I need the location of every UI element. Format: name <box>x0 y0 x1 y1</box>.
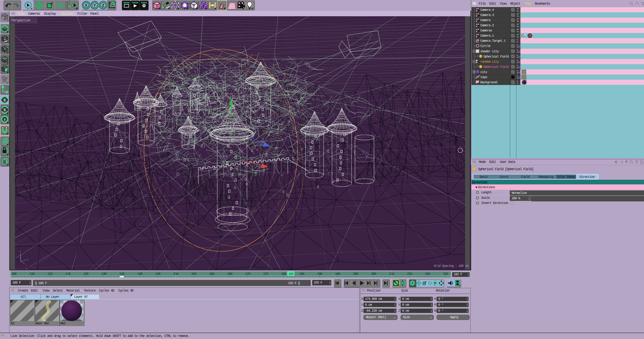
svg-text:170: 170 <box>245 272 250 276</box>
svg-text:200: 200 <box>353 272 358 276</box>
svg-text:Perspective: Perspective <box>11 19 30 23</box>
svg-text:195: 195 <box>335 272 340 276</box>
svg-text:X: X <box>25 265 27 267</box>
svg-text:120: 120 <box>66 272 70 276</box>
svg-text:180: 180 <box>281 272 286 276</box>
svg-text:155: 155 <box>191 272 196 276</box>
svg-text:110: 110 <box>29 272 34 276</box>
svg-text:Z: Z <box>27 258 28 261</box>
svg-text:225: 225 <box>443 272 448 276</box>
svg-text:185: 185 <box>299 272 304 276</box>
svg-text:S: S <box>3 98 6 103</box>
svg-text:182: 182 <box>288 272 294 276</box>
svg-text:P: P <box>434 281 436 285</box>
svg-text:140: 140 <box>137 272 142 276</box>
svg-text:130: 130 <box>101 272 106 276</box>
svg-text:145: 145 <box>155 272 160 276</box>
svg-text:205: 205 <box>371 272 376 276</box>
svg-text:190: 190 <box>317 272 322 276</box>
svg-text:135: 135 <box>119 272 124 276</box>
svg-text:Z: Z <box>102 3 104 8</box>
svg-text:Grid Spacing : 100 cm: Grid Spacing : 100 cm <box>434 264 468 268</box>
svg-text:160: 160 <box>209 272 214 276</box>
svg-text:S: S <box>3 108 6 112</box>
svg-text:Y: Y <box>20 251 21 253</box>
svg-text:105: 105 <box>12 272 16 276</box>
svg-text:125: 125 <box>83 272 88 276</box>
svg-text:R: R <box>66 6 68 9</box>
svg-text:175: 175 <box>263 272 268 276</box>
svg-text:S: S <box>4 118 6 122</box>
svg-text:Y: Y <box>93 3 96 8</box>
svg-text:210: 210 <box>389 272 394 276</box>
svg-text:165: 165 <box>227 272 232 276</box>
svg-text:X: X <box>85 3 88 8</box>
svg-text:115: 115 <box>48 272 52 276</box>
svg-text:150: 150 <box>173 272 178 276</box>
svg-text:215: 215 <box>407 272 412 276</box>
svg-text:220: 220 <box>425 272 430 276</box>
